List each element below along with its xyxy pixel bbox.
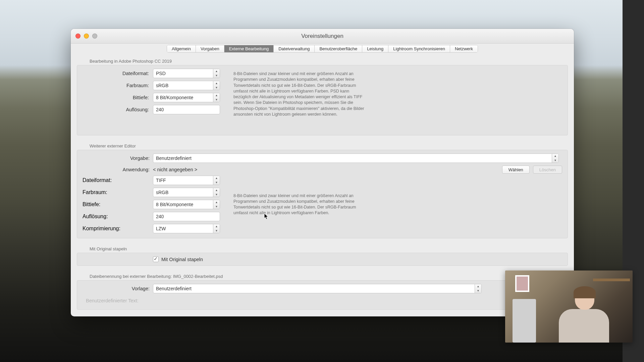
naming-section-label: Dateibenennung bei externer Bearbeitung:… [77, 270, 568, 280]
ps-color-space-value: sRGB [156, 83, 168, 88]
ext-file-format-label: Dateiformat: [83, 177, 150, 183]
ps-color-space-label: Farbraum: [83, 83, 150, 88]
ps-file-format-value: PSD [156, 71, 166, 76]
ext-preset-value: Benutzerdefiniert [156, 156, 192, 161]
window-title: Voreinstellungen [71, 29, 574, 43]
ps-info-text: 8-Bit-Dateien sind zwar kleiner und mit … [223, 71, 364, 117]
ps-color-space-select[interactable]: sRGB ▲▼ [153, 81, 220, 90]
dropdown-stepper-icon: ▲▼ [213, 200, 220, 209]
ext-resolution-value: 240 [156, 214, 164, 219]
ps-panel: Dateiformat: PSD ▲▼ 8-Bit-Dateien sind z… [77, 65, 568, 135]
ps-file-format-label: Dateiformat: [83, 71, 150, 76]
tab-vorgaben[interactable]: Vorgaben [196, 45, 224, 52]
webcam-frame-decor [515, 275, 529, 292]
ext-bit-depth-value: 8 Bit/Komponente [156, 202, 193, 207]
ext-choose-button[interactable]: Wählen [502, 166, 530, 174]
ps-bit-depth-label: Bittiefe: [83, 95, 150, 100]
tab-leistung[interactable]: Leistung [362, 45, 388, 52]
dropdown-stepper-icon: ▲▼ [213, 81, 220, 90]
ps-resolution-value: 240 [156, 107, 164, 112]
ext-compression-label: Komprimierung: [83, 226, 150, 232]
tab-segmented-control: Allgemein Vorgaben Externe Bearbeitung D… [167, 45, 478, 53]
webcam-overlay [505, 270, 633, 343]
dropdown-stepper-icon: ▲▼ [213, 224, 220, 233]
ext-preset-label: Vorgabe: [83, 156, 150, 161]
mouse-cursor-icon [264, 213, 269, 220]
stack-checkbox-label: Mit Original stapeln [161, 257, 203, 262]
ps-resolution-input[interactable]: 240 [153, 105, 220, 114]
ps-bit-depth-value: 8 Bit/Komponente [156, 95, 193, 100]
ext-panel: Vorgabe: Benutzerdefiniert ▲▼ Anwendung:… [77, 150, 568, 238]
ext-file-format-select[interactable]: TIFF ▲▼ [153, 176, 220, 185]
ext-color-space-label: Farbraum: [83, 189, 150, 195]
ext-file-format-value: TIFF [156, 178, 166, 183]
dropdown-stepper-icon: ▲▼ [213, 188, 220, 197]
tab-bar: Allgemein Vorgaben Externe Bearbeitung D… [71, 44, 574, 55]
preferences-window: Voreinstellungen Allgemein Vorgaben Exte… [71, 29, 574, 316]
stack-checkbox[interactable] [153, 256, 159, 262]
naming-template-select[interactable]: Benutzerdefiniert ▲▼ [153, 284, 482, 293]
ext-compression-select[interactable]: LZW ▲▼ [153, 224, 220, 233]
dropdown-stepper-icon: ▲▼ [213, 176, 220, 185]
ext-preset-select[interactable]: Benutzerdefiniert ▲▼ [153, 154, 559, 163]
ext-resolution-label: Auflösung: [83, 214, 150, 220]
naming-template-value: Benutzerdefiniert [156, 286, 192, 291]
tab-benutzeroberflaeche[interactable]: Benutzeroberfläche [315, 45, 362, 52]
tab-allgemein[interactable]: Allgemein [167, 45, 196, 52]
ext-bit-depth-select[interactable]: 8 Bit/Komponente ▲▼ [153, 200, 220, 209]
titlebar: Voreinstellungen [71, 29, 574, 44]
ext-color-space-value: sRGB [156, 190, 168, 195]
tab-netzwerk[interactable]: Netzwerk [450, 45, 478, 52]
ext-info-text: 8-Bit-Dateien sind zwar kleiner und mit … [223, 193, 364, 216]
ps-resolution-label: Auflösung: [83, 107, 150, 112]
ext-clear-button: Löschen [533, 166, 562, 174]
ext-color-space-select[interactable]: sRGB ▲▼ [153, 188, 220, 197]
ps-file-format-select[interactable]: PSD ▲▼ [153, 69, 220, 78]
custom-text-label: Benutzerdefinierter Text: [86, 298, 139, 303]
webcam-shelf-decor [593, 279, 630, 281]
dropdown-stepper-icon: ▲▼ [213, 69, 220, 78]
ext-app-value: < nicht angegeben > [153, 167, 499, 172]
tab-dateiverwaltung[interactable]: Dateiverwaltung [274, 45, 315, 52]
stack-panel: Mit Original stapeln [77, 253, 568, 266]
ext-section-label: Weiterer externer Editor [77, 140, 568, 150]
tab-externe-bearbeitung[interactable]: Externe Bearbeitung [224, 45, 274, 52]
ps-section-label: Bearbeitung in Adobe Photoshop CC 2019 [77, 55, 568, 65]
ext-app-label: Anwendung: [83, 167, 150, 172]
ps-bit-depth-select[interactable]: 8 Bit/Komponente ▲▼ [153, 93, 220, 102]
dropdown-stepper-icon: ▲▼ [552, 154, 558, 163]
stack-section-label: Mit Original stapeln [77, 243, 568, 253]
ext-compression-value: LZW [156, 226, 166, 231]
webcam-person [559, 286, 609, 343]
naming-panel: Vorlage: Benutzerdefiniert ▲▼ Benutzerde… [77, 280, 568, 310]
content-area: Bearbeitung in Adobe Photoshop CC 2019 D… [71, 55, 574, 316]
naming-template-label: Vorlage: [83, 286, 150, 291]
tab-lightroom-sync[interactable]: Lightroom Synchronisieren [388, 45, 450, 52]
dropdown-stepper-icon: ▲▼ [475, 284, 481, 293]
ext-resolution-input[interactable]: 240 [153, 212, 220, 221]
webcam-monitor-decor [513, 299, 536, 343]
dropdown-stepper-icon: ▲▼ [213, 93, 220, 102]
ext-bit-depth-label: Bittiefe: [83, 201, 150, 207]
